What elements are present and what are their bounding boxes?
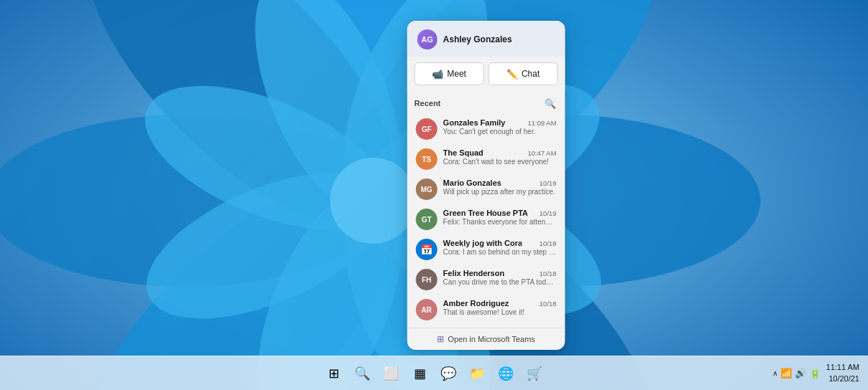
volume-icon: 🔊 bbox=[795, 368, 806, 379]
system-tray: ∧ 📶 🔊 🔋 bbox=[773, 368, 821, 379]
taskbar-right: ∧ 📶 🔊 🔋 11:11 AM 10/20/21 bbox=[773, 362, 859, 384]
taskbar-taskview-icon[interactable]: ⬜ bbox=[378, 361, 404, 386]
chat-name-row: Gonzales Family 11:09 AM bbox=[443, 118, 557, 127]
chat-preview: Felix: Thanks everyone for attending tod… bbox=[443, 218, 557, 226]
taskbar-chat-icon[interactable]: 💬 bbox=[435, 361, 461, 386]
chat-preview: Cora: I am so behind on my step goals. bbox=[443, 248, 557, 256]
chat-name: Amber Rodriguez bbox=[443, 299, 509, 308]
chat-label: Chat bbox=[522, 69, 539, 79]
teams-icon: ⊞ bbox=[437, 334, 444, 344]
wifi-icon: 📶 bbox=[780, 368, 792, 379]
chat-name-row: Mario Gonzales 10/19 bbox=[443, 179, 557, 187]
meet-icon: 📹 bbox=[432, 69, 443, 80]
chat-info: Amber Rodriguez 10/18 That is awesome! L… bbox=[443, 299, 557, 316]
recent-label: Recent bbox=[415, 99, 441, 108]
user-avatar: AG bbox=[418, 29, 438, 49]
chat-name-row: Amber Rodriguez 10/18 bbox=[443, 299, 557, 308]
chat-name: Weekly jog with Cora bbox=[443, 239, 522, 247]
taskbar-center: ⊞🔍⬜▦💬📁🌐🛒 bbox=[321, 361, 547, 386]
open-teams-button[interactable]: ⊞ Open in Microsoft Teams bbox=[407, 328, 565, 350]
chat-item[interactable]: TS The Squad 10:47 AM Cora: Can't wait t… bbox=[415, 144, 558, 174]
chat-time: 10/18 bbox=[539, 239, 557, 247]
chat-time: 10/19 bbox=[539, 179, 557, 187]
chat-preview: Can you drive me to the PTA today? bbox=[443, 278, 557, 286]
clock-date: 10/20/21 bbox=[826, 374, 859, 384]
chat-preview: That is awesome! Love it! bbox=[443, 308, 557, 316]
chat-time: 10/19 bbox=[539, 209, 557, 217]
chat-name-row: Weekly jog with Cora 10/18 bbox=[443, 239, 557, 247]
recent-header: Recent 🔍 bbox=[415, 91, 558, 114]
taskbar-edge-icon[interactable]: 🌐 bbox=[493, 361, 519, 386]
taskbar-start-icon[interactable]: ⊞ bbox=[321, 361, 346, 386]
chat-name-row: Green Tree House PTA 10/19 bbox=[443, 209, 557, 217]
chat-item[interactable]: AR Amber Rodriguez 10/18 That is awesome… bbox=[415, 295, 558, 325]
chat-info: Green Tree House PTA 10/19 Felix: Thanks… bbox=[443, 209, 557, 226]
chat-time: 10:47 AM bbox=[527, 149, 556, 157]
battery-icon: 🔋 bbox=[809, 368, 821, 379]
taskbar-store-icon[interactable]: 🛒 bbox=[522, 361, 547, 386]
svg-point-17 bbox=[330, 158, 416, 244]
chat-name-row: Felix Henderson 10/18 bbox=[443, 269, 557, 277]
taskbar-widgets-icon[interactable]: ▦ bbox=[407, 361, 433, 386]
chat-item[interactable]: MG Mario Gonzales 10/19 Will pick up piz… bbox=[415, 174, 558, 204]
search-button[interactable]: 🔍 bbox=[542, 95, 558, 111]
taskbar-search-icon[interactable]: 🔍 bbox=[349, 361, 375, 386]
panel-header: AG Ashley Gonzales bbox=[407, 21, 565, 57]
chat-preview: Cora: Can't wait to see everyone! bbox=[443, 158, 557, 166]
chat-info: Weekly jog with Cora 10/18 Cora: I am so… bbox=[443, 239, 557, 256]
chat-name: The Squad bbox=[443, 148, 483, 157]
chat-preview: You: Can't get enough of her. bbox=[443, 128, 557, 135]
chat-name: Felix Henderson bbox=[443, 269, 505, 277]
chat-info: Felix Henderson 10/18 Can you drive me t… bbox=[443, 269, 557, 286]
clock-time: 11:11 AM bbox=[826, 362, 859, 373]
chat-name: Mario Gonzales bbox=[443, 179, 501, 187]
taskbar: ⊞🔍⬜▦💬📁🌐🛒 ∧ 📶 🔊 🔋 11:11 AM 10/20/21 bbox=[0, 356, 868, 390]
footer-label: Open in Microsoft Teams bbox=[448, 335, 534, 343]
chat-item[interactable]: FH Felix Henderson 10/18 Can you drive m… bbox=[415, 265, 558, 295]
user-name: Ashley Gonzales bbox=[443, 34, 512, 44]
chat-name: Green Tree House PTA bbox=[443, 209, 528, 217]
action-buttons: 📹 Meet ✏️ Chat bbox=[407, 57, 565, 91]
chat-name-row: The Squad 10:47 AM bbox=[443, 148, 557, 157]
chat-item[interactable]: GF Gonzales Family 11:09 AM You: Can't g… bbox=[415, 114, 558, 144]
chat-info: Mario Gonzales 10/19 Will pick up pizza … bbox=[443, 179, 557, 196]
chat-item[interactable]: 📅 Weekly jog with Cora 10/18 Cora: I am … bbox=[415, 234, 558, 265]
meet-button[interactable]: 📹 Meet bbox=[415, 62, 484, 85]
taskbar-clock[interactable]: 11:11 AM 10/20/21 bbox=[826, 362, 859, 384]
chat-time: 10/18 bbox=[539, 300, 557, 308]
chat-info: Gonzales Family 11:09 AM You: Can't get … bbox=[443, 118, 557, 135]
chat-preview: Will pick up pizza after my practice. bbox=[443, 188, 557, 196]
chat-info: The Squad 10:47 AM Cora: Can't wait to s… bbox=[443, 148, 557, 166]
chat-item[interactable]: GT Green Tree House PTA 10/19 Felix: Tha… bbox=[415, 204, 558, 234]
chat-panel: AG Ashley Gonzales 📹 Meet ✏️ Chat Recent… bbox=[407, 21, 565, 350]
chat-time: 11:09 AM bbox=[527, 119, 556, 127]
chat-list: GF Gonzales Family 11:09 AM You: Can't g… bbox=[415, 114, 558, 325]
chat-name: Gonzales Family bbox=[443, 118, 506, 127]
tray-chevron[interactable]: ∧ bbox=[773, 369, 778, 377]
recent-section: Recent 🔍 GF Gonzales Family 11:09 AM You… bbox=[407, 91, 565, 328]
taskbar-explorer-icon[interactable]: 📁 bbox=[464, 361, 490, 386]
desktop: AG Ashley Gonzales 📹 Meet ✏️ Chat Recent… bbox=[0, 0, 868, 390]
chat-icon: ✏️ bbox=[506, 69, 518, 80]
chat-time: 10/18 bbox=[539, 270, 557, 277]
meet-label: Meet bbox=[447, 69, 466, 79]
chat-button[interactable]: ✏️ Chat bbox=[489, 62, 558, 85]
